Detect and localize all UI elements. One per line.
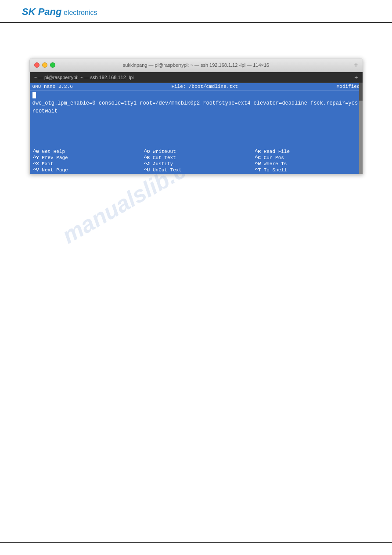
maximize-button[interactable] xyxy=(50,62,55,68)
nano-modified: Modified xyxy=(337,84,360,89)
nano-cmd-uncut-text[interactable]: ^U UnCut Text xyxy=(140,167,252,173)
nano-cursor-row xyxy=(32,92,360,98)
nano-content-area[interactable]: dwc_otg.lpm_enable=0 console=tty1 root=/… xyxy=(30,91,363,148)
window-title: sukkinpang — pi@raspberrypi: ~ — ssh 192… xyxy=(123,62,269,68)
nano-cmd-writeout[interactable]: ^O WriteOut xyxy=(140,149,252,155)
nano-scrollbar[interactable] xyxy=(359,83,363,174)
minimize-button[interactable] xyxy=(42,62,47,68)
logo-electronics: electronics xyxy=(64,9,97,16)
mac-window: sukkinpang — pi@raspberrypi: ~ — ssh 192… xyxy=(29,58,363,174)
nano-command-bar: ^G Get Help ^O WriteOut ^R Read File ^Y … xyxy=(30,148,363,174)
nano-cmd-exit[interactable]: ^X Exit xyxy=(30,161,141,167)
nano-cmd-cur-pos[interactable]: ^C Cur Pos xyxy=(252,155,363,161)
nano-cmd-justify[interactable]: ^J Justify xyxy=(140,161,252,167)
page-header: SK Pang electronics xyxy=(0,0,392,23)
nano-cmd-cut-text[interactable]: ^K Cut Text xyxy=(140,155,252,161)
new-tab-button[interactable]: + xyxy=(354,62,358,69)
main-content: manualslib.com sukkinpang — pi@raspberry… xyxy=(0,23,392,183)
terminal-wrapper: sukkinpang — pi@raspberrypi: ~ — ssh 192… xyxy=(29,58,363,174)
nano-filename: File: /boot/cmdline.txt xyxy=(171,84,238,89)
nano-cmd-prev-page[interactable]: ^Y Prev Page xyxy=(30,155,141,161)
nano-cmd-to-spell[interactable]: ^T To Spell xyxy=(252,167,363,173)
nano-cursor xyxy=(32,92,36,98)
page-footer xyxy=(0,542,392,555)
ssh-tab-label: ~ — pi@raspberrypi: ~ — ssh 192.168.112 … xyxy=(34,75,134,80)
ssh-tabbar: ~ — pi@raspberrypi: ~ — ssh 192.168.112 … xyxy=(30,72,363,83)
logo-sk-pang: SK Pang xyxy=(22,6,61,17)
nano-content-line: dwc_otg.lpm_enable=0 console=tty1 root=/… xyxy=(32,99,360,115)
logo: SK Pang electronics xyxy=(22,6,97,18)
ssh-new-tab-button[interactable]: + xyxy=(354,74,358,81)
nano-cmd-read-file[interactable]: ^R Read File xyxy=(252,149,363,155)
close-button[interactable] xyxy=(34,62,40,68)
nano-cmd-get-help[interactable]: ^G Get Help xyxy=(30,149,141,155)
nano-version: GNU nano 2.2.6 xyxy=(32,84,73,89)
nano-cmd-next-page[interactable]: ^V Next Page xyxy=(30,167,141,173)
nano-cmd-where-is[interactable]: ^W Where Is xyxy=(252,161,363,167)
nano-header-bar: GNU nano 2.2.6 File: /boot/cmdline.txt M… xyxy=(30,83,363,91)
nano-scrollbar-thumb[interactable] xyxy=(359,83,363,101)
mac-window-buttons xyxy=(34,62,55,68)
mac-titlebar: sukkinpang — pi@raspberrypi: ~ — ssh 192… xyxy=(30,58,363,72)
nano-editor: GNU nano 2.2.6 File: /boot/cmdline.txt M… xyxy=(30,83,363,174)
